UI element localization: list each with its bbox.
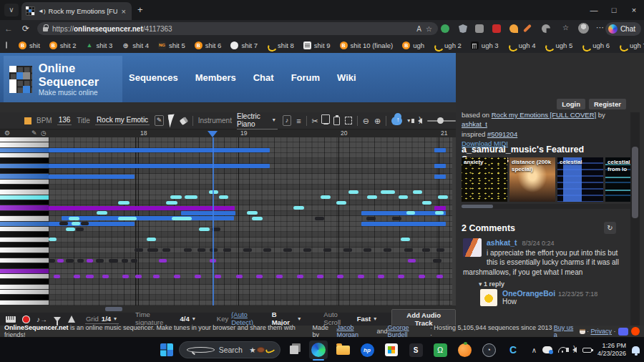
instrument-select[interactable]: Electric Piano ▾ (237, 112, 278, 129)
discord-icon[interactable] (618, 328, 628, 336)
bookmark-item[interactable]: ugh 4 (508, 41, 536, 49)
note[interactable] (147, 248, 158, 252)
note[interactable] (118, 217, 137, 220)
grid-row[interactable] (49, 169, 452, 174)
url-field[interactable]: https://onlinesequencer.net/4117363 A ☆ (37, 22, 438, 35)
extension-ublock-icon[interactable] (492, 24, 501, 33)
nav-item-wiki[interactable]: Wiki (337, 72, 356, 83)
taskbar-search[interactable]: Search ★ (179, 341, 280, 358)
bookmark-item[interactable]: shit 9 (303, 41, 331, 49)
piano-key[interactable] (0, 238, 49, 243)
piano-key[interactable] (0, 248, 49, 253)
file-explorer-icon[interactable] (333, 341, 352, 359)
select-tool-icon[interactable] (168, 114, 176, 127)
note[interactable] (434, 164, 446, 168)
featured-thumbnail[interactable]: celestial (557, 157, 603, 202)
note[interactable] (434, 175, 446, 179)
nav-item-forum[interactable]: Forum (291, 72, 320, 83)
volume-icon[interactable] (418, 118, 422, 124)
grid-row[interactable] (49, 243, 452, 248)
note[interactable] (199, 228, 210, 231)
note[interactable] (361, 222, 446, 226)
favorite-star-icon[interactable]: ☆ (426, 25, 432, 33)
app-green-icon[interactable]: Ω (431, 341, 449, 359)
grid-row[interactable] (49, 290, 452, 295)
note[interactable] (122, 259, 128, 263)
note[interactable] (81, 222, 89, 225)
maximize-button[interactable]: □ (604, 0, 624, 20)
timeline-ruler[interactable]: ⚙ ✎ ◷ 18192021 (0, 129, 456, 137)
draw-pencil-icon[interactable]: ✎ (31, 129, 37, 137)
midi-input-icon[interactable]: ♪→ (36, 315, 47, 323)
grid-row[interactable] (49, 137, 452, 142)
piano-key[interactable] (0, 285, 49, 290)
note[interactable] (66, 259, 74, 263)
piano-key[interactable] (0, 300, 49, 305)
grid-row[interactable] (49, 180, 452, 185)
save-options-caret-icon[interactable]: ▾ (407, 117, 410, 124)
register-button[interactable]: Register (589, 99, 626, 109)
bookmark-item[interactable]: Bshit (19, 41, 40, 49)
copy-icon[interactable] (323, 117, 329, 124)
extension-pencil-icon[interactable] (523, 24, 532, 32)
note[interactable] (77, 259, 84, 263)
grid-row[interactable] (49, 227, 452, 232)
cloud-save-icon[interactable] (391, 117, 402, 125)
note[interactable] (49, 175, 135, 179)
grid-row[interactable] (49, 285, 452, 290)
note[interactable] (76, 228, 84, 231)
note[interactable] (135, 275, 142, 278)
note[interactable] (166, 201, 177, 205)
note[interactable] (223, 248, 231, 252)
bookmark-item[interactable]: Bshit 6 (195, 41, 222, 49)
instrument-settings-icon[interactable]: ♪ (283, 115, 292, 126)
note[interactable] (323, 248, 331, 252)
piano-key[interactable] (0, 232, 49, 237)
note[interactable] (185, 195, 197, 199)
based-author-link[interactable]: ashkat_t (462, 120, 487, 128)
collections-icon[interactable]: ☆ (562, 24, 569, 31)
note[interactable] (378, 275, 384, 278)
grid-row[interactable] (49, 253, 452, 258)
refresh-comments-button[interactable]: ↻ (604, 222, 616, 234)
notification-bell-icon[interactable] (632, 346, 640, 353)
note[interactable] (184, 248, 192, 252)
note[interactable] (434, 206, 446, 210)
grid-row[interactable] (49, 232, 452, 237)
title-input[interactable]: Rock my Emotic (95, 116, 150, 125)
note[interactable] (147, 238, 156, 241)
note[interactable] (361, 211, 446, 215)
grid-row[interactable] (49, 158, 452, 163)
note[interactable] (162, 248, 170, 252)
battery-icon[interactable] (582, 348, 592, 353)
cut-icon[interactable]: ✂ (312, 116, 318, 126)
featured-thumbnail[interactable]: celestial (theory from lo (605, 157, 630, 202)
note[interactable] (97, 211, 107, 215)
note[interactable] (49, 238, 57, 241)
note[interactable] (215, 275, 221, 278)
grid-row[interactable] (49, 295, 452, 300)
note[interactable] (74, 275, 80, 278)
reply-avatar[interactable] (480, 289, 497, 306)
piano-key[interactable] (0, 195, 49, 200)
note[interactable] (256, 275, 263, 278)
note[interactable] (419, 275, 425, 278)
tab-audio-icon[interactable]: ◄) (38, 8, 46, 14)
note[interactable] (358, 275, 364, 278)
paste-icon[interactable] (333, 117, 339, 125)
note[interactable] (404, 248, 413, 252)
inspired-link[interactable]: #5091204 (487, 130, 517, 138)
note[interactable] (102, 275, 109, 278)
grid-row[interactable] (49, 263, 452, 268)
record-button[interactable] (22, 315, 30, 323)
zoom-out-icon[interactable]: ⊖ (363, 116, 369, 126)
fl-studio-icon[interactable] (455, 341, 474, 359)
note[interactable] (263, 248, 271, 252)
hp-icon[interactable]: hp (358, 341, 376, 359)
obs-studio-icon[interactable]: ◔ (479, 341, 498, 359)
piano-key[interactable] (0, 137, 49, 142)
note[interactable] (122, 275, 129, 278)
note[interactable] (66, 228, 75, 231)
volume-knob[interactable] (437, 117, 444, 124)
note[interactable] (49, 148, 270, 152)
